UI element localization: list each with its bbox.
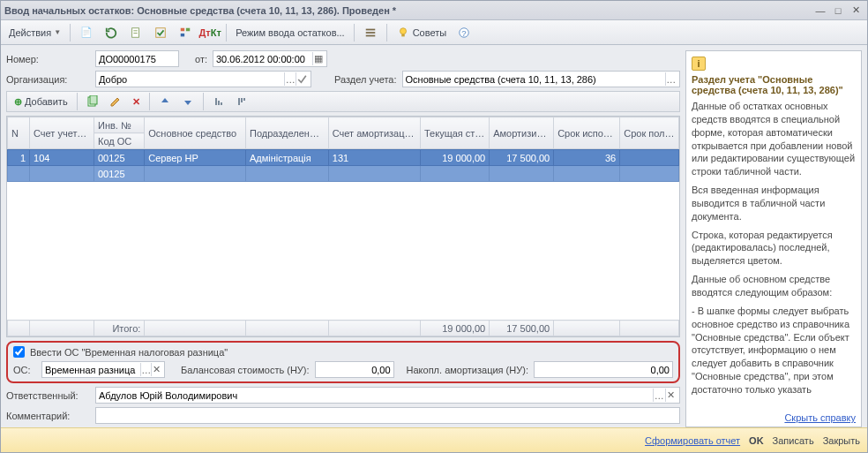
total-row: Итого: 19 000,0017 500,00 <box>8 321 679 336</box>
select-icon[interactable]: … <box>284 72 296 86</box>
col-code[interactable]: Код ОС <box>94 133 144 149</box>
tax-diff-label: Ввести ОС "Временная налоговая разница" <box>30 347 228 358</box>
svg-point-10 <box>400 27 406 34</box>
os-label: ОС: <box>13 365 36 375</box>
titlebar: Ввод начальных остатков: Основные средст… <box>1 1 867 20</box>
refresh-icon[interactable] <box>100 23 123 42</box>
svg-rect-3 <box>156 27 166 37</box>
svg-rect-4 <box>181 27 184 31</box>
calendar-icon[interactable]: ▦ <box>312 52 324 65</box>
report-link[interactable]: Сформировать отчет <box>645 435 740 446</box>
responsible-input[interactable]: … ✕ <box>95 387 680 404</box>
help-text: Данные об основном средстве вводятся сле… <box>692 273 856 299</box>
ok-button[interactable]: OK <box>749 435 764 446</box>
clear-icon[interactable]: ✕ <box>151 363 161 376</box>
close-button[interactable]: ✕ <box>848 4 864 18</box>
comment-label: Комментарий: <box>6 411 90 421</box>
bulb-icon <box>396 26 410 40</box>
number-input[interactable] <box>95 50 179 67</box>
help-icon[interactable]: ? <box>453 23 475 42</box>
tax-diff-checkbox[interactable] <box>13 346 25 358</box>
plus-icon: ⊕ <box>14 96 22 108</box>
svg-rect-6 <box>181 33 184 36</box>
hide-help-link[interactable]: Скрыть справку <box>686 409 861 427</box>
amort-input[interactable] <box>534 361 673 378</box>
open-icon[interactable] <box>296 72 308 86</box>
org-input[interactable]: … <box>95 71 311 87</box>
delete-icon[interactable]: ✕ <box>128 92 145 111</box>
amort-label: Накопл. амортизация (НУ): <box>407 365 528 375</box>
svg-rect-11 <box>401 34 405 36</box>
svg-text:?: ? <box>461 27 466 37</box>
date-input[interactable]: ▦ <box>213 50 327 67</box>
col-acct[interactable]: Счет учета (БУ) <box>30 117 94 149</box>
balance-input[interactable] <box>315 361 394 378</box>
col-cost[interactable]: Текущая стоимость … <box>421 117 490 149</box>
table-row[interactable]: 00125 <box>8 166 679 182</box>
col-dept[interactable]: Подразделение организации <box>245 117 328 149</box>
actions-menu[interactable]: Действия ▼ <box>4 23 65 42</box>
list-icon[interactable] <box>359 23 382 42</box>
col-inv[interactable]: Инв. № <box>94 117 144 133</box>
col-asset[interactable]: Основное средство <box>145 117 246 149</box>
dtkt-icon[interactable]: ДтКт <box>198 23 221 42</box>
document-icon[interactable] <box>124 23 147 42</box>
sort-asc-icon[interactable] <box>208 92 229 111</box>
tax-difference-section: Ввести ОС "Временная налоговая разница" … <box>6 341 680 383</box>
select-icon[interactable]: … <box>653 389 664 402</box>
svg-rect-2 <box>134 33 138 34</box>
clear-icon[interactable]: ✕ <box>665 389 677 402</box>
svg-rect-9 <box>365 34 375 36</box>
col-term[interactable]: Срок использов… <box>554 117 620 149</box>
check-icon[interactable] <box>149 23 172 42</box>
edit-icon[interactable] <box>105 92 126 111</box>
help-title: Раздел учета "Основные средства (счета 1… <box>692 74 856 95</box>
svg-rect-8 <box>365 32 375 34</box>
help-text: - В шапке формы следует выбрать основное… <box>692 305 856 396</box>
chevron-down-icon: ▼ <box>54 28 61 36</box>
col-n[interactable]: N <box>8 117 30 149</box>
help-text: Строка, которая редактируется (редактиро… <box>692 229 856 268</box>
col-amort-acct[interactable]: Счет амортизации (БУ) <box>328 117 420 149</box>
maximize-button[interactable]: □ <box>830 4 846 18</box>
svg-rect-7 <box>365 28 375 30</box>
section-label: Раздел учета: <box>334 74 397 85</box>
svg-rect-15 <box>90 95 97 104</box>
balance-label: Балансовая стоимость (НУ): <box>181 365 310 375</box>
responsible-label: Ответственный: <box>6 390 90 401</box>
main-toolbar: Действия ▼ 📄 ДтКт Режим ввода остатков..… <box>1 20 867 45</box>
move-up-icon[interactable] <box>154 92 176 111</box>
window-title: Ввод начальных остатков: Основные средст… <box>4 5 812 16</box>
col-useful[interactable]: Срок полезн… <box>620 117 679 149</box>
col-amort[interactable]: Амортизир… <box>490 117 554 149</box>
close-form-button[interactable]: Закрыть <box>823 435 860 446</box>
svg-rect-5 <box>186 27 190 31</box>
advice-button[interactable]: Советы <box>392 23 451 42</box>
move-down-icon[interactable] <box>177 92 198 111</box>
grid-toolbar: ⊕ Добавить ✕ <box>6 91 680 112</box>
select-icon[interactable]: … <box>665 72 677 86</box>
org-label: Организация: <box>6 74 90 85</box>
data-grid[interactable]: N Счет учета (БУ) Инв. № Основное средст… <box>6 116 680 337</box>
add-button[interactable]: ⊕ Добавить <box>10 92 72 111</box>
from-label: от: <box>195 54 207 64</box>
help-panel: i Раздел учета "Основные средства (счета… <box>685 50 862 427</box>
bottom-bar: Сформировать отчет OK Записать Закрыть <box>1 427 867 452</box>
select-icon[interactable]: … <box>140 363 151 376</box>
comment-input[interactable] <box>95 407 680 424</box>
post-icon[interactable]: 📄 <box>75 23 98 42</box>
structure-icon[interactable] <box>174 23 197 42</box>
os-input[interactable]: … ✕ <box>41 361 165 378</box>
sort-desc-icon[interactable] <box>231 92 252 111</box>
minimize-button[interactable]: — <box>812 4 828 18</box>
help-text: Данные об остатках основных средств ввод… <box>692 100 856 178</box>
copy-icon[interactable] <box>82 92 103 111</box>
help-text: Вся введенная информация выводится в таб… <box>692 184 856 223</box>
info-icon: i <box>692 57 706 71</box>
svg-rect-1 <box>134 30 138 31</box>
number-label: Номер: <box>6 54 90 64</box>
table-row[interactable]: 1 104 00125 Сервер HP Адміністрація 131 … <box>8 150 679 166</box>
section-input[interactable]: … <box>402 71 681 87</box>
mode-button[interactable]: Режим ввода остатков... <box>231 23 349 42</box>
save-button[interactable]: Записать <box>773 435 814 446</box>
